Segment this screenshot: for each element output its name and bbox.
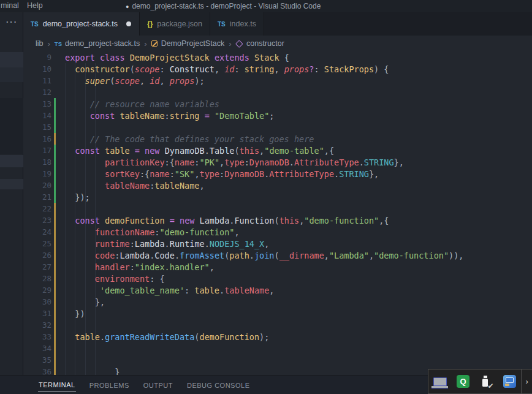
code-text: tableName:tableName, [65,181,205,191]
code-line: 20 tableName:tableName, [23,180,532,191]
token: demoFunction [200,332,260,342]
token: props [284,64,310,74]
token: StackProps [324,64,374,74]
menu-item-terminal[interactable]: minal [1,1,19,10]
token: } [115,367,120,376]
token: const [90,111,115,121]
breadcrumb-item-DemoProjectStack[interactable]: DemoProjectStack [151,39,225,48]
breadcrumb-item-lib[interactable]: lib [36,39,44,48]
token: . [289,157,294,167]
line-number: 26 [23,251,51,260]
token: : [159,64,169,74]
display-icon[interactable] [428,377,452,386]
token: : [170,169,175,179]
token: name [150,169,170,179]
token: const [75,146,100,156]
line-number: 22 [23,204,51,213]
token: : [314,64,324,74]
token: name [175,157,195,167]
token: : [234,64,244,74]
sidebar-row[interactable] [0,98,23,154]
token: , [324,251,329,260]
chevron-right-icon[interactable]: › [521,369,532,394]
sidebar-row[interactable] [0,52,23,67]
token [210,111,215,121]
remote-desktop-icon[interactable] [498,375,521,388]
breadcrumb-label: demo_project-stack.ts [65,39,140,48]
token: constructor [75,64,129,74]
token: type [200,169,220,179]
line-number: 18 [23,157,51,167]
token: table [75,332,100,342]
panel-tab-output[interactable]: OUTPUT [143,378,173,392]
token: Code [154,251,175,260]
menu-item-help[interactable]: Help [27,1,43,10]
line-number: 20 [23,181,51,190]
token: tableName [224,286,269,295]
token [140,146,145,156]
sidebar-row[interactable] [0,179,23,189]
git-gutter-indicator [54,249,56,261]
token: Stack [254,53,279,63]
git-gutter-indicator [54,284,56,296]
token: : [165,111,170,121]
token: Runtime [170,239,205,249]
token: , [194,169,199,179]
usb-eject-icon[interactable]: ✔ [475,375,498,388]
breadcrumb-label: lib [36,39,44,48]
code-line: 33 table.grantReadWriteData(demoFunction… [23,331,532,343]
token: table [105,146,130,156]
token [100,146,105,156]
more-actions-button[interactable]: ··· [6,17,18,26]
code-line: 13 // resource name variables [23,98,532,110]
q-app-icon[interactable]: Q [452,375,475,388]
token: Function [234,216,274,225]
code-line: 9export class DemoProjectStack extends S… [23,51,532,63]
code-line: 27 handler:"index.handler", [23,261,532,273]
tab-demo_project-stack.ts[interactable]: TSdemo_project-stack.ts [23,12,140,36]
token: : [184,286,194,295]
code-line: 12 [23,86,532,98]
code-text: table.grantReadWriteData(demoFunction); [65,332,269,342]
git-gutter-indicator [54,145,56,156]
line-number: 30 [23,297,51,306]
token: "demo-function" [304,216,379,225]
token: :{ [140,169,150,179]
token: scope [135,64,160,74]
code-text: constructor(scope: Construct, id: string… [65,64,389,74]
breadcrumb-item-demo_project-stack.ts[interactable]: TSdemo_project-stack.ts [55,39,140,48]
git-gutter-indicator [54,238,56,249]
token: ? [309,64,314,74]
code-line: 14 const tableName:string = "DemoTable"; [23,110,532,121]
code-line: 15 [23,121,532,133]
token: sortKey [105,169,140,179]
panel-tab-debug-console[interactable]: DEBUG CONSOLE [186,378,250,392]
panel-tab-problems[interactable]: PROBLEMS [89,378,130,392]
tab-package.json[interactable]: {}package.json [140,12,210,36]
token: ) { [374,64,389,74]
token: scope [115,76,140,86]
token: , [264,239,269,249]
tab-index.ts[interactable]: TSindex.ts [210,12,264,36]
line-number: 11 [23,76,51,85]
token: DynamoDB [224,169,264,179]
code-text: } [65,367,120,376]
token: . [205,239,210,249]
line-number: 34 [23,344,51,353]
code-line: 25 runtime:Lambda.Runtime.NODEJS_14_X, [23,238,532,249]
token: ); [194,76,204,86]
sidebar-row[interactable] [0,67,23,82]
token: . [249,251,254,260]
token [175,216,180,225]
code-text: sortKey:{name:"SK",type:DynamoDB.Attribu… [65,169,379,179]
line-number: 23 [23,216,51,225]
breadcrumb-item-constructor[interactable]: constructor [235,39,284,48]
code-line: 21 }); [23,191,532,203]
token: . [175,251,180,260]
code-text: environment: { [65,274,165,284]
token: Lambda [135,239,165,249]
panel-tab-terminal[interactable]: TERMINAL [38,377,76,392]
line-number: 12 [23,88,51,97]
code-editor[interactable]: 9export class DemoProjectStack extends S… [23,51,532,375]
sidebar-row[interactable] [0,155,23,167]
